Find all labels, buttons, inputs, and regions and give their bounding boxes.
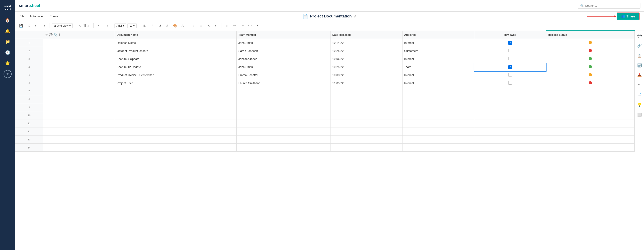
table-row: 3Feature 4 UpdateJennifer Jones10/06/22I… xyxy=(16,55,634,63)
empty-cell xyxy=(115,128,236,136)
italic-button[interactable]: I xyxy=(149,22,155,29)
reviewed-checkbox[interactable] xyxy=(508,73,512,76)
save-button[interactable]: 💾 xyxy=(18,22,24,29)
formula-button[interactable]: ✏ xyxy=(232,22,238,29)
arrow-annotation xyxy=(587,16,614,16)
panel-attachments-icon[interactable]: 🔗 xyxy=(636,42,643,49)
reviewed-checkbox[interactable] xyxy=(508,57,512,60)
bold-button[interactable]: B xyxy=(141,22,148,29)
panel-activity2-icon[interactable]: 〜 xyxy=(636,82,643,88)
underline-button[interactable]: U xyxy=(156,22,163,29)
doc-name-cell: Feature 12 Update xyxy=(115,63,236,71)
font-size-selector[interactable]: 10 ▾ xyxy=(128,23,137,28)
panel-publish-icon[interactable]: 📤 xyxy=(636,72,643,79)
sidebar-item-add[interactable]: + xyxy=(4,70,12,78)
row-icons-cell xyxy=(43,136,115,144)
comment-icon: 💬 xyxy=(49,33,52,36)
empty-cell xyxy=(402,87,474,95)
align-left-button[interactable]: ≡ xyxy=(190,22,196,29)
reviewed-cell[interactable] xyxy=(474,79,546,87)
wrap-button[interactable]: ↵ xyxy=(213,22,219,29)
share-button[interactable]: 👥 Share xyxy=(617,12,640,20)
menu-forms[interactable]: Forms xyxy=(50,14,58,19)
row-icons-cell xyxy=(43,71,115,79)
grid-view-selector[interactable]: ⊞ Grid View ▾ xyxy=(52,23,73,28)
empty-cell xyxy=(115,87,236,95)
row-icons-cell xyxy=(43,144,115,152)
attachment-icon: 📎 xyxy=(54,33,58,36)
table-button[interactable]: ⊞ xyxy=(224,22,230,29)
topbar-logo: smartsheet xyxy=(19,3,40,8)
reviewed-checkbox[interactable]: ✓ xyxy=(508,41,512,45)
empty-cell xyxy=(546,111,634,120)
reviewed-cell[interactable]: ✓ xyxy=(474,39,546,47)
col-doc-header: Document Name xyxy=(115,31,236,39)
empty-cell xyxy=(236,136,330,144)
sidebar-item-starred[interactable]: ⭐ xyxy=(3,58,12,68)
extra-options-button[interactable]: ··· xyxy=(247,22,253,29)
fill-color-button[interactable]: 🎨 xyxy=(172,22,178,29)
text-color-button[interactable]: A xyxy=(179,22,186,29)
table-row: 10 xyxy=(16,111,634,120)
status-dot xyxy=(589,57,592,60)
sidebar-item-files[interactable]: 📁 xyxy=(3,37,12,47)
filter-button[interactable]: ▽ Filter xyxy=(77,22,91,29)
clear-format-button[interactable]: ✕ xyxy=(206,22,212,29)
row-number: 11 xyxy=(16,120,43,128)
row-icons-cell xyxy=(43,47,115,55)
collapse-button[interactable]: ∧ xyxy=(254,22,261,29)
row-icons-cell xyxy=(43,39,115,47)
font-chevron-icon: ▾ xyxy=(123,24,124,27)
panel-activity-icon[interactable]: 🔄 xyxy=(636,62,643,69)
font-size-chevron-icon: ▾ xyxy=(133,24,134,27)
row-icons-cell xyxy=(43,103,115,111)
table-row: 7 xyxy=(16,87,634,95)
date-released-cell: 10/06/22 xyxy=(330,55,402,63)
empty-cell xyxy=(402,120,474,128)
sidebar-item-home[interactable]: 🏠 xyxy=(3,16,12,25)
sidebar-item-recent[interactable]: 🕐 xyxy=(3,48,12,58)
table-row: 2October Product UpdateSarah Johnson10/2… xyxy=(16,47,634,55)
panel-forms-icon[interactable]: 📋 xyxy=(636,52,643,59)
print-button[interactable]: 🖨 xyxy=(26,22,32,29)
reviewed-checkbox[interactable] xyxy=(508,81,512,84)
empty-cell xyxy=(474,144,546,152)
sidebar-item-notifications[interactable]: 🔔 xyxy=(3,26,12,36)
reviewed-cell[interactable] xyxy=(474,47,546,55)
panel-export-icon[interactable]: ⬜ xyxy=(636,111,643,118)
reviewed-cell[interactable] xyxy=(474,71,546,79)
search-box[interactable]: 🔍 xyxy=(578,3,640,9)
toolbar-divider-6 xyxy=(188,23,188,28)
panel-summary-icon[interactable]: 📄 xyxy=(636,91,643,98)
status-dot xyxy=(589,41,592,44)
menu-file[interactable]: File xyxy=(20,14,24,19)
panel-comments-icon[interactable]: 💬 xyxy=(636,32,643,39)
undo-button[interactable]: ↩ xyxy=(33,22,39,29)
doc-name-cell: Release Notes xyxy=(115,39,236,47)
team-member-cell: Jennifer Jones xyxy=(236,55,330,63)
empty-cell xyxy=(330,136,402,144)
reviewed-checkbox[interactable] xyxy=(508,49,512,52)
indent-inc-button[interactable]: ⇥ xyxy=(104,22,110,29)
panel-insights-icon[interactable]: 💡 xyxy=(636,101,643,108)
menu-automation[interactable]: Automation xyxy=(30,14,44,19)
empty-cell xyxy=(546,87,634,95)
row-icons-cell xyxy=(43,111,115,120)
font-selector[interactable]: Arial ▾ xyxy=(114,23,126,28)
toolbar-divider-7 xyxy=(222,23,222,28)
strikethrough-button[interactable]: S xyxy=(164,22,170,29)
main-content: smartsheet 🔍 File Automation Forms 📄 Pro… xyxy=(15,0,644,250)
empty-cell xyxy=(474,120,546,128)
more-options-button[interactable]: ··· xyxy=(239,22,246,29)
favorite-icon[interactable]: ☆ xyxy=(354,14,357,18)
reviewed-cell[interactable] xyxy=(474,55,546,63)
align-center-button[interactable]: ≡ xyxy=(198,22,204,29)
indent-dec-button[interactable]: ⇤ xyxy=(96,22,102,29)
row-icons-cell xyxy=(43,128,115,136)
reviewed-checkbox[interactable]: ✓ xyxy=(508,65,512,69)
table-row: 5Product Invoice - SeptemberEmma Schaffe… xyxy=(16,71,634,79)
doc-name-cell: Product Invoice - September xyxy=(115,71,236,79)
search-input[interactable] xyxy=(585,4,638,8)
redo-button[interactable]: ↪ xyxy=(41,22,47,29)
reviewed-cell[interactable]: ✓ xyxy=(474,63,546,71)
